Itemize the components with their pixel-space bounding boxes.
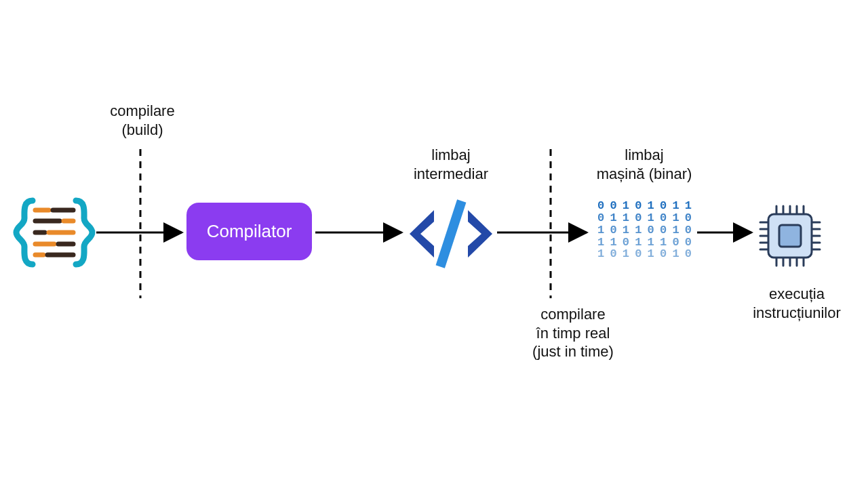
arrows <box>0 0 868 488</box>
